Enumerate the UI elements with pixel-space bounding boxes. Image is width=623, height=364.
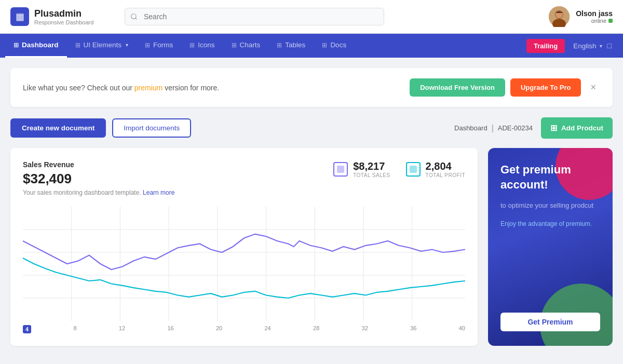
profit-line bbox=[23, 258, 465, 298]
stat-profit-info: 2,804 TOTAL PROFIT bbox=[426, 160, 465, 178]
language-selector[interactable]: English ▾ □ bbox=[567, 34, 618, 58]
trailing-button[interactable]: Trailing bbox=[526, 39, 565, 53]
banner-text: Like what you see? Check out our premium… bbox=[23, 84, 219, 92]
user-status: online bbox=[576, 18, 613, 24]
dashboard-icon: ⊞ bbox=[13, 42, 19, 49]
x-label-24: 24 bbox=[264, 325, 270, 333]
status-text: online bbox=[591, 18, 606, 24]
premium-card: Get premium account! to optimize your se… bbox=[488, 148, 613, 346]
premium-title: Get premium account! bbox=[500, 163, 600, 192]
stat-total-profit: 2,804 TOTAL PROFIT bbox=[406, 160, 465, 178]
banner-normal-text: Like what you see? Check out our bbox=[23, 84, 134, 92]
upgrade-pro-button[interactable]: Upgrade To Pro bbox=[510, 78, 581, 97]
sales-line bbox=[23, 234, 465, 269]
get-premium-button[interactable]: Get Premium bbox=[500, 313, 600, 331]
nav-label-forms: Forms bbox=[153, 41, 173, 49]
ui-elements-icon: ⊞ bbox=[75, 42, 80, 49]
user-name: Olson jass bbox=[576, 9, 613, 18]
logo-area: ▦ Plusadmin Responsive Dashboard bbox=[10, 7, 114, 26]
stat-profit-value: 2,804 bbox=[426, 160, 465, 172]
header: ▦ Plusadmin Responsive Dashboard Olson j… bbox=[0, 0, 623, 34]
banner-suffix-text: version for more. bbox=[165, 84, 219, 92]
chart-title: Sales Revenue bbox=[23, 160, 333, 169]
status-dot bbox=[608, 19, 613, 23]
chart-title-area: Sales Revenue $32,409 Your sales monitor… bbox=[23, 160, 333, 196]
banner-highlight-text: premium bbox=[134, 84, 162, 92]
x-label-36: 36 bbox=[410, 325, 416, 333]
nav-item-charts[interactable]: ⊞ Charts bbox=[223, 34, 269, 58]
breadcrumb-id: ADE-00234 bbox=[498, 124, 533, 132]
stat-sales-inner bbox=[337, 166, 344, 173]
search-bar[interactable] bbox=[125, 8, 384, 25]
add-product-button[interactable]: ⊞ Add Prodcut bbox=[541, 117, 613, 139]
banner: Like what you see? Check out our premium… bbox=[10, 68, 613, 107]
nav-label-charts: Charts bbox=[240, 41, 261, 49]
stat-total-sales: $8,217 TOTAL SALES bbox=[333, 160, 390, 178]
sales-chart-svg bbox=[23, 207, 465, 321]
nav-label-tables: Tables bbox=[285, 41, 305, 49]
learn-more-link[interactable]: Learn more bbox=[143, 189, 174, 196]
user-area: Olson jass online bbox=[549, 6, 613, 27]
chart-card: Sales Revenue $32,409 Your sales monitor… bbox=[10, 148, 478, 346]
content-row: Sales Revenue $32,409 Your sales monitor… bbox=[10, 148, 613, 346]
app-name: Plusadmin bbox=[34, 8, 93, 19]
chart-svg-container bbox=[23, 207, 465, 321]
logo-text: Plusadmin Responsive Dashboard bbox=[34, 8, 93, 25]
add-product-icon: ⊞ bbox=[550, 123, 557, 133]
premium-desc: to optimize your selling prodcut bbox=[500, 200, 600, 211]
nav-item-forms[interactable]: ⊞ Forms bbox=[137, 34, 181, 58]
logo-icon: ▦ bbox=[10, 7, 29, 26]
premium-enjoy: Enjoy the advantage of premium. bbox=[500, 220, 600, 227]
chart-subtitle-text: Your sales monitoring dashboard template… bbox=[23, 189, 141, 196]
x-label-16: 16 bbox=[167, 325, 173, 333]
language-label: English bbox=[573, 42, 596, 50]
chart-amount: $32,409 bbox=[23, 171, 333, 187]
nav-item-ui-elements[interactable]: ⊞ UI Elements ▾ bbox=[67, 34, 137, 58]
nav-item-icons[interactable]: ⊞ Icons bbox=[181, 34, 223, 58]
stat-profit-label: TOTAL PROFIT bbox=[426, 172, 465, 178]
forms-icon: ⊞ bbox=[145, 42, 150, 49]
banner-close-button[interactable]: × bbox=[586, 80, 600, 95]
x-label-20: 20 bbox=[216, 325, 222, 333]
settings-icon: □ bbox=[607, 42, 612, 50]
add-product-label: Add Prodcut bbox=[561, 124, 603, 132]
x-label-32: 32 bbox=[362, 325, 368, 333]
chart-subtitle: Your sales monitoring dashboard template… bbox=[23, 189, 333, 196]
banner-actions: Download Free Version Upgrade To Pro × bbox=[410, 78, 600, 97]
app-tagline: Responsive Dashboard bbox=[34, 19, 93, 25]
import-documents-button[interactable]: Import documents bbox=[112, 118, 191, 138]
icons-icon: ⊞ bbox=[189, 42, 195, 49]
search-input[interactable] bbox=[125, 8, 384, 25]
actions-bar: Create new document Import documents Das… bbox=[10, 117, 613, 139]
x-label-40: 40 bbox=[459, 325, 465, 333]
tables-icon: ⊞ bbox=[277, 42, 282, 49]
chart-stats: $8,217 TOTAL SALES 2,804 TOTAL PROFIT bbox=[333, 160, 465, 178]
breadcrumb: Dashboard | ADE-00234 bbox=[454, 124, 533, 133]
x-label-8: 8 bbox=[73, 325, 76, 333]
x-axis-labels: 4 8 12 16 20 24 28 32 36 40 bbox=[23, 321, 465, 333]
chevron-down-icon: ▾ bbox=[126, 42, 128, 48]
main-content: Like what you see? Check out our premium… bbox=[0, 58, 623, 356]
stat-profit-inner bbox=[410, 166, 417, 173]
stat-sales-info: $8,217 TOTAL SALES bbox=[353, 160, 390, 178]
breadcrumb-separator: | bbox=[492, 124, 494, 133]
charts-icon: ⊞ bbox=[232, 42, 237, 49]
nav-label-docs: Docs bbox=[330, 41, 346, 49]
create-document-button[interactable]: Create new document bbox=[10, 118, 106, 138]
nav-label-ui-elements: UI Elements bbox=[84, 41, 122, 49]
main-nav: ⊞ Dashboard ⊞ UI Elements ▾ ⊞ Forms ⊞ Ic… bbox=[0, 34, 623, 58]
chart-header: Sales Revenue $32,409 Your sales monitor… bbox=[23, 160, 465, 196]
stat-sales-label: TOTAL SALES bbox=[353, 172, 390, 178]
nav-item-tables[interactable]: ⊞ Tables bbox=[268, 34, 314, 58]
stat-sales-value: $8,217 bbox=[353, 160, 390, 172]
nav-item-dashboard[interactable]: ⊞ Dashboard bbox=[5, 34, 67, 58]
nav-label-dashboard: Dashboard bbox=[22, 41, 59, 49]
nav-item-docs[interactable]: ⊞ Docs bbox=[314, 34, 355, 58]
language-chevron-icon: ▾ bbox=[600, 43, 602, 49]
user-info: Olson jass online bbox=[576, 9, 613, 24]
avatar bbox=[549, 6, 570, 27]
download-free-button[interactable]: Download Free Version bbox=[410, 78, 505, 97]
stat-profit-icon bbox=[406, 162, 421, 177]
x-label-4: 4 bbox=[23, 325, 31, 333]
x-label-28: 28 bbox=[313, 325, 319, 333]
